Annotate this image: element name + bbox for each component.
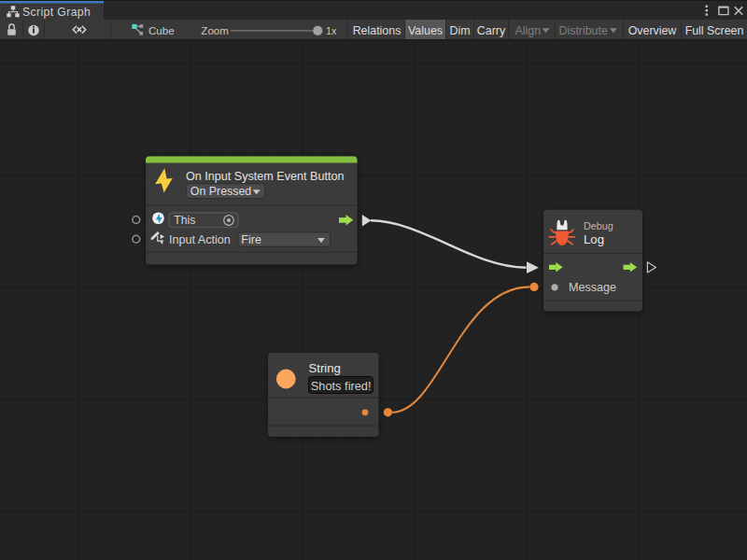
svg-text:Message: Message [569, 281, 616, 294]
svg-text:String: String [309, 361, 341, 375]
svg-text:Full Screen: Full Screen [685, 24, 744, 37]
svg-text:Fire: Fire [241, 233, 261, 246]
svg-text:Cube: Cube [148, 24, 175, 36]
svg-text:Input Action: Input Action [169, 233, 231, 246]
svg-text:Zoom: Zoom [201, 24, 229, 36]
svg-text:Script Graph: Script Graph [22, 6, 91, 19]
svg-text:Debug: Debug [584, 220, 613, 231]
svg-text:On Input System Event Button: On Input System Event Button [186, 170, 344, 183]
svg-text:Log: Log [584, 232, 604, 246]
svg-text:Overview: Overview [628, 24, 677, 37]
svg-text:Align: Align [515, 24, 542, 37]
svg-text:Relations: Relations [353, 24, 402, 37]
svg-text:This: This [174, 214, 195, 227]
svg-text:On Pressed: On Pressed [190, 185, 252, 198]
svg-text:Carry: Carry [477, 24, 506, 37]
svg-text:Shots fired!: Shots fired! [311, 379, 372, 393]
svg-text:Dim: Dim [449, 24, 470, 37]
svg-text:Values: Values [408, 24, 443, 37]
svg-text:1x: 1x [326, 25, 337, 36]
svg-text:Distribute: Distribute [559, 24, 608, 37]
